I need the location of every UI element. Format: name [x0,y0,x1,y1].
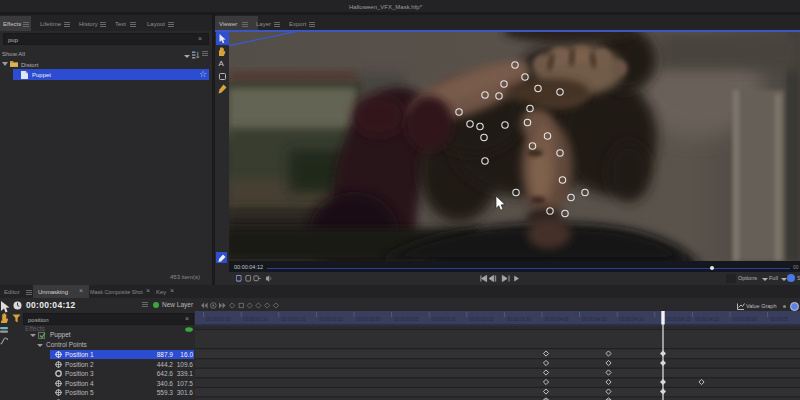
svg-text:00:00:05: 00:00:05 [770,317,788,322]
svg-text:00:00:03:15: 00:00:03:15 [469,317,494,322]
svg-text:00:00:03:05: 00:00:03:05 [394,317,419,322]
svg-text:00:00:03:00: 00:00:03:00 [356,317,381,322]
svg-text:00:00:04:20: 00:00:04:20 [695,317,720,322]
svg-text:00:00:05:00: 00:00:05:00 [733,317,758,322]
svg-text:00:00:02:10: 00:00:02:10 [244,317,269,322]
svg-text:00:00:04:15: 00:00:04:15 [666,317,691,322]
svg-text:00:00:02:20: 00:00:02:20 [319,317,344,322]
svg-text:00:00:04:10: 00:00:04:10 [620,317,645,322]
svg-text:00:00:03:20: 00:00:03:20 [507,317,532,322]
svg-text:00:00:04:00: 00:00:04:00 [544,317,569,322]
svg-text:00:00:04:05: 00:00:04:05 [582,317,607,322]
svg-text:00:00:03:10: 00:00:03:10 [432,317,457,322]
svg-text:00:00:02:05: 00:00:02:05 [206,317,231,322]
svg-text:00:00:02:15: 00:00:02:15 [281,317,306,322]
